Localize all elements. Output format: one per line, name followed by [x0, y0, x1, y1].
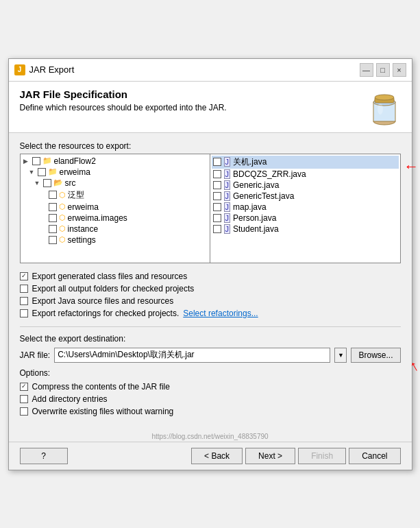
checkbox-erweima-images[interactable] [49, 214, 57, 222]
export-options-section: Export generated class files and resourc… [20, 270, 401, 320]
jar-file-label: JAR file: [20, 350, 51, 360]
pkg-icon-erweima2: ⬡ [59, 202, 66, 211]
checkbox-fanxing[interactable] [49, 191, 57, 199]
file-item-map[interactable]: J map.java [212, 202, 399, 213]
options-label: Options: [20, 368, 401, 378]
pkg-icon-erweima-images: ⬡ [59, 213, 66, 222]
file-item-generictest[interactable]: J GenericTest.java [212, 191, 399, 202]
tree-item-erweima2[interactable]: ▶ ⬡ erweima [38, 202, 208, 213]
next-button[interactable]: Next > [245, 448, 295, 464]
back-button[interactable]: < Back [191, 448, 243, 464]
checkbox-map[interactable] [213, 203, 221, 211]
tree-item-instance[interactable]: ▶ ⬡ instance [38, 224, 208, 235]
label-export-class: Export generated class files and resourc… [32, 272, 188, 281]
finish-button[interactable]: Finish [298, 448, 346, 464]
label-bdcqzs: BDCQZS_ZRR.java [233, 169, 306, 179]
annotation-2: ↑ 2 [410, 357, 420, 375]
tree-item-erweima[interactable]: ▼ 📁 erweima [27, 167, 208, 178]
checkbox-student[interactable] [213, 225, 221, 233]
annotation-1: ← 1 [404, 158, 420, 176]
dialog-description: Define which resources should be exporte… [20, 103, 227, 112]
app-icon: J [14, 64, 25, 75]
java-icon-generic: J [224, 180, 231, 190]
select-refactorings-link[interactable]: Select refactorings... [183, 309, 258, 318]
pkg-icon-settings: ⬡ [59, 235, 66, 244]
checkbox-generic[interactable] [213, 181, 221, 189]
label-export-output: Export all output folders for checked pr… [32, 284, 195, 293]
file-item-bdcqzs[interactable]: J BDCQZS_ZRR.java [212, 169, 399, 180]
checkbox-settings[interactable] [49, 236, 57, 244]
header-text: JAR File Specification Define which reso… [20, 88, 227, 119]
checkbox-export-source[interactable] [20, 297, 28, 305]
help-button[interactable]: ? [20, 448, 68, 464]
destination-section: Select the export destination: JAR file:… [20, 334, 401, 418]
label-erweima2: erweima [68, 202, 99, 212]
checkbox-export-output[interactable] [20, 285, 28, 293]
label-generic: Generic.java [233, 180, 279, 190]
tree-item-src[interactable]: ▼ 📂 src [33, 178, 208, 189]
pkg-icon-instance: ⬡ [59, 224, 66, 233]
java-icon-person: J [224, 213, 231, 223]
title-bar-left: J JAR Export [14, 64, 75, 75]
cancel-button[interactable]: Cancel [349, 448, 400, 464]
browse-button[interactable]: Browse... [351, 348, 400, 363]
file-item-generic[interactable]: J Generic.java [212, 180, 399, 191]
checkbox-person[interactable] [213, 214, 221, 222]
tree-left-panel[interactable]: ▶ 📁 elandFlow2 ▼ 📁 erweima ▼ 📂 src [21, 154, 210, 263]
maximize-button[interactable]: □ [376, 63, 390, 77]
checkbox-bdcqzs[interactable] [213, 170, 221, 178]
title-bar: J JAR Export — □ × [9, 59, 412, 82]
checkbox-export-refactoring[interactable] [20, 309, 28, 317]
close-button[interactable]: × [393, 63, 406, 77]
jar-export-dialog: J JAR Export — □ × JAR File Specificatio… [8, 58, 412, 470]
expand-icon: ▶ [23, 158, 30, 165]
label-person: Person.java [233, 213, 276, 223]
divider-1 [20, 326, 401, 327]
label-elandflow2: elandFlow2 [54, 156, 96, 166]
tree-item-settings[interactable]: ▶ ⬡ settings [38, 235, 208, 245]
checkbox-elandflow2[interactable] [32, 157, 40, 165]
checkbox-generictest[interactable] [213, 192, 221, 200]
option-export-source: Export Java source files and resources [20, 295, 401, 307]
minimize-button[interactable]: — [360, 63, 373, 77]
arrow2-icon: ↑ [406, 356, 420, 375]
label-erweima: erweima [60, 167, 90, 177]
option-export-class: Export generated class files and resourc… [20, 270, 401, 283]
file-item-person[interactable]: J Person.java [212, 213, 399, 224]
tree-item-erweima-images[interactable]: ▶ ⬡ erweima.images [38, 213, 208, 224]
label-fanxing: 泛型 [68, 189, 84, 201]
tree-item-elandflow2[interactable]: ▶ 📁 elandFlow2 [22, 156, 208, 167]
checkbox-instance[interactable] [49, 225, 57, 233]
svg-point-5 [378, 104, 383, 115]
checkbox-overwrite[interactable] [20, 407, 28, 416]
checkbox-erweima[interactable] [38, 168, 46, 176]
folder-icon-src: 📂 [53, 178, 63, 187]
jar-file-input[interactable] [54, 348, 330, 363]
file-item-guanji[interactable]: J 关机.java [212, 156, 399, 169]
dest-section-label: Select the export destination: [20, 334, 401, 344]
checkbox-compress[interactable] [20, 383, 28, 391]
jar-file-dropdown[interactable]: ▼ [334, 348, 347, 363]
header-area: JAR File Specification Define which reso… [9, 82, 412, 133]
checkbox-export-class[interactable] [20, 272, 28, 280]
title-controls: — □ × [360, 63, 406, 77]
watermark: https://blog.csdn.net/weixin_48835790 [9, 431, 412, 442]
label-generictest: GenericTest.java [233, 191, 294, 201]
tree-item-fanxing[interactable]: ▶ ⬡ 泛型 [38, 189, 208, 202]
label-settings: settings [68, 235, 96, 245]
file-item-student[interactable]: J Student.java [212, 224, 399, 235]
label-src: src [65, 178, 76, 188]
java-icon-guanji: J [224, 157, 231, 167]
dest-row: JAR file: ▼ Browse... ↑ 2 [20, 348, 401, 363]
checkbox-add-dir[interactable] [20, 395, 28, 403]
tree-right-panel[interactable]: J 关机.java J BDCQZS_ZRR.java J Generic.ja… [210, 154, 400, 263]
label-map: map.java [233, 202, 267, 212]
label-instance: instance [68, 224, 99, 234]
project-icon-elandflow2: 📁 [42, 156, 52, 165]
checkbox-erweima2[interactable] [49, 203, 57, 211]
pkg-icon-fanxing: ⬡ [59, 191, 66, 200]
expand-icon-src: ▼ [34, 180, 41, 187]
checkbox-src[interactable] [43, 179, 51, 187]
jar-graphic [368, 88, 401, 125]
checkbox-guanji[interactable] [213, 158, 221, 166]
